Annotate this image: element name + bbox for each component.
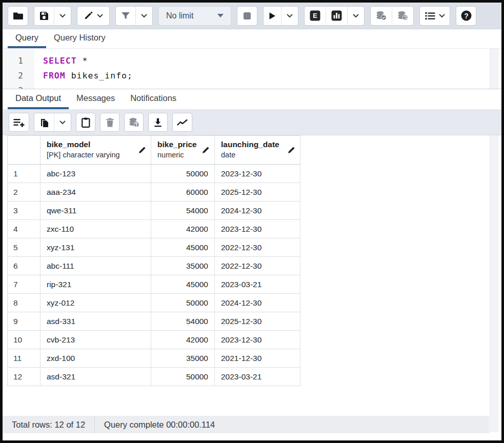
save-icon	[39, 11, 49, 21]
data-cell-model[interactable]: rip-321	[41, 275, 151, 294]
explain-options-dropdown[interactable]	[347, 7, 364, 25]
open-file-button[interactable]	[8, 6, 28, 26]
data-cell-date[interactable]: 2024-12-30	[215, 294, 300, 312]
row-number-cell[interactable]: 11	[8, 349, 41, 368]
rollback-button[interactable]	[392, 7, 413, 25]
save-data-button[interactable]	[124, 113, 144, 132]
sql-editor[interactable]: 1 2 3 SELECT * FROM bikes_info;	[3, 49, 501, 89]
edit-column-icon[interactable]	[138, 146, 151, 154]
add-row-icon	[13, 118, 25, 127]
data-cell-price[interactable]: 54000	[151, 312, 215, 331]
row-limit-select[interactable]: No limit	[158, 6, 231, 26]
execute-query-button[interactable]	[264, 7, 281, 25]
row-number-cell[interactable]: 6	[8, 257, 41, 275]
filter-button[interactable]	[116, 7, 135, 25]
result-tabstrip: Data Output Messages Notifications	[3, 89, 501, 110]
explain-button[interactable]: E	[305, 7, 326, 25]
data-cell-date[interactable]: 2022-12-30	[215, 238, 300, 257]
save-options-dropdown[interactable]	[54, 7, 71, 25]
chevron-down-icon	[287, 14, 293, 18]
data-cell-price[interactable]: 35000	[151, 257, 215, 275]
table-row: 7rip-321450002023-03-21	[8, 275, 300, 294]
data-cell-price[interactable]: 45000	[151, 275, 215, 294]
row-number-cell[interactable]: 4	[8, 220, 41, 238]
row-number-cell[interactable]: 10	[8, 331, 41, 349]
tab-notifications[interactable]: Notifications	[123, 89, 184, 109]
explain-analyze-button[interactable]	[326, 7, 347, 25]
paste-button[interactable]	[76, 113, 95, 132]
tab-query-history[interactable]: Query History	[46, 29, 113, 48]
data-cell-price[interactable]: 50000	[151, 165, 215, 183]
row-number-cell[interactable]: 5	[8, 238, 41, 257]
filter-options-dropdown[interactable]	[135, 7, 152, 25]
folder-icon	[13, 12, 23, 20]
column-header-bike-model[interactable]: bike_model [PK] character varying	[41, 136, 151, 165]
data-cell-date[interactable]: 2024-12-30	[215, 202, 300, 220]
tab-data-output[interactable]: Data Output	[8, 89, 69, 109]
help-button[interactable]: ?	[456, 6, 476, 26]
data-cell-price[interactable]: 42000	[151, 331, 215, 349]
select-all-header[interactable]	[8, 136, 41, 165]
row-number-cell[interactable]: 9	[8, 312, 41, 331]
row-number-cell[interactable]: 1	[8, 165, 41, 183]
data-cell-price[interactable]: 60000	[151, 183, 215, 202]
data-cell-date[interactable]: 2023-12-30	[215, 220, 300, 238]
delete-row-button[interactable]	[100, 113, 119, 132]
data-cell-model[interactable]: cvb-213	[41, 331, 151, 349]
data-cell-date[interactable]: 2025-12-30	[215, 312, 300, 331]
data-cell-model[interactable]: xyz-012	[41, 294, 151, 312]
data-cell-model[interactable]: xyz-131	[41, 238, 151, 257]
row-number-cell[interactable]: 8	[8, 294, 41, 312]
save-file-button[interactable]	[34, 7, 54, 25]
trash-icon	[106, 118, 114, 127]
data-cell-model[interactable]: asd-331	[41, 312, 151, 331]
column-header-launching-date[interactable]: launching_date date	[215, 136, 300, 165]
column-type: numeric	[157, 150, 200, 160]
data-cell-date[interactable]: 2023-03-21	[215, 368, 300, 386]
data-cell-price[interactable]: 50000	[151, 368, 215, 386]
commit-button[interactable]	[371, 7, 392, 25]
edit-column-icon[interactable]	[202, 146, 214, 154]
graph-visualiser-button[interactable]	[172, 113, 192, 132]
editor-code[interactable]: SELECT * FROM bikes_info;	[34, 49, 133, 89]
download-csv-button[interactable]	[148, 113, 168, 132]
row-number-cell[interactable]: 2	[8, 183, 41, 202]
row-number-cell[interactable]: 12	[8, 368, 41, 386]
data-cell-date[interactable]: 2021-12-30	[215, 349, 300, 368]
column-type: [PK] character varying	[47, 150, 136, 160]
data-cell-price[interactable]: 42000	[151, 220, 215, 238]
tab-query-history-label: Query History	[54, 33, 106, 43]
data-cell-model[interactable]: abc-123	[41, 165, 151, 183]
column-header-bike-price[interactable]: bike_price numeric	[151, 136, 215, 165]
data-cell-model[interactable]: zxd-100	[41, 349, 151, 368]
data-cell-model[interactable]: zxc-110	[41, 220, 151, 238]
copy-button[interactable]	[34, 113, 54, 131]
data-cell-model[interactable]: abc-111	[41, 257, 151, 275]
paste-icon	[82, 117, 90, 128]
data-cell-date[interactable]: 2023-12-30	[215, 165, 300, 183]
copy-options-dropdown[interactable]	[54, 113, 71, 131]
add-row-button[interactable]	[9, 113, 29, 132]
data-cell-date[interactable]: 2023-12-30	[215, 331, 300, 349]
data-cell-date[interactable]: 2025-12-30	[215, 183, 300, 202]
edit-menu-button[interactable]	[77, 6, 110, 26]
tab-messages[interactable]: Messages	[69, 89, 123, 109]
data-cell-date[interactable]: 2023-03-21	[215, 275, 300, 294]
data-cell-date[interactable]: 2022-12-30	[215, 257, 300, 275]
data-cell-price[interactable]: 35000	[151, 349, 215, 368]
tab-query[interactable]: Query	[8, 29, 46, 48]
data-cell-model[interactable]: aaa-234	[41, 183, 151, 202]
stop-icon	[243, 12, 251, 20]
cancel-query-button[interactable]	[237, 6, 257, 26]
column-meta: bike_price numeric	[151, 136, 202, 163]
execute-options-dropdown[interactable]	[281, 7, 298, 25]
data-cell-price[interactable]: 50000	[151, 294, 215, 312]
row-number-cell[interactable]: 7	[8, 275, 41, 294]
data-cell-model[interactable]: asd-321	[41, 368, 151, 386]
row-number-cell[interactable]: 3	[8, 202, 41, 220]
macros-button[interactable]	[419, 6, 450, 26]
edit-column-icon[interactable]	[288, 146, 300, 154]
data-cell-price[interactable]: 45000	[151, 238, 215, 257]
data-cell-price[interactable]: 54000	[151, 202, 215, 220]
data-cell-model[interactable]: qwe-311	[41, 202, 151, 220]
